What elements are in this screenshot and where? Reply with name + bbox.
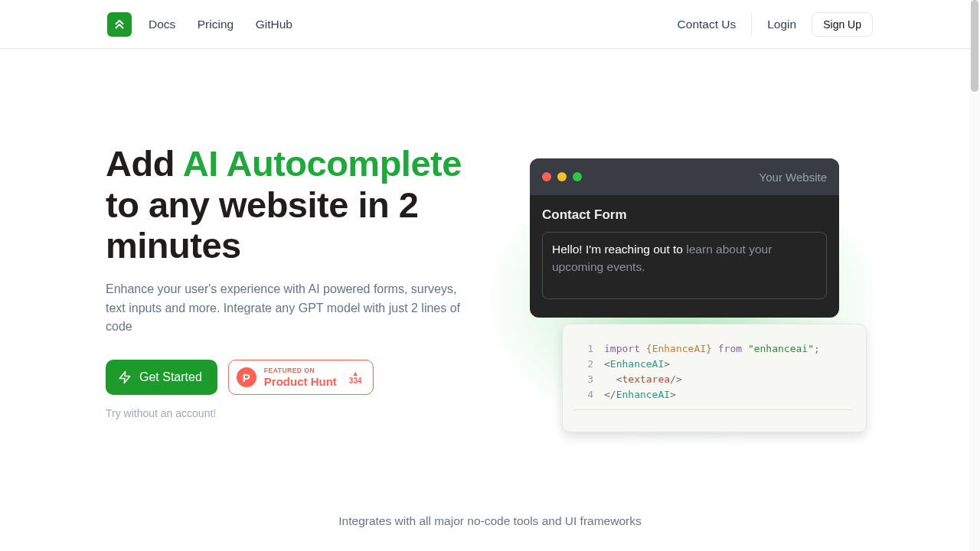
zap-icon (118, 370, 132, 384)
code-token: from (718, 343, 742, 354)
cta-row: Get Started P FEATURED ON Product Hunt ▲… (106, 360, 504, 395)
ph-featured-label: FEATURED ON (264, 367, 337, 374)
headline: Add AI Autocomplete to any website in 2 … (106, 143, 504, 266)
code-divider (573, 409, 852, 410)
typed-text: Hello! I'm reaching out to (552, 243, 686, 256)
product-hunt-badge[interactable]: P FEATURED ON Product Hunt ▲ 334 (228, 360, 374, 395)
line-number: 4 (573, 387, 593, 403)
code-token: /> (670, 373, 682, 385)
nav-right: Contact Us Login Sign Up (678, 12, 873, 37)
try-note: Try without an account! (106, 407, 504, 419)
nav-login[interactable]: Login (767, 18, 796, 31)
code-token: ; (814, 343, 820, 354)
nav-links: Docs Pricing GitHub (149, 18, 311, 31)
headline-rest: to any website in 2 minutes (106, 184, 418, 266)
window-titlebar: Your Website (530, 158, 839, 195)
form-area: Contact Form Hello! I'm reaching out to … (530, 195, 839, 318)
hero-right: Your Website Contact Form Hello! I'm rea… (530, 158, 874, 318)
code-token: { (646, 343, 652, 354)
demo-window: Your Website Contact Form Hello! I'm rea… (530, 158, 839, 318)
code-token: EnhanceAI (616, 389, 670, 400)
code-token: > (664, 358, 670, 370)
integrations-heading: Integrates with all major no-code tools … (0, 514, 980, 528)
code-token: EnhanceAI (610, 358, 664, 370)
top-nav: Docs Pricing GitHub Contact Us Login Sig… (0, 0, 980, 49)
code-token: < (604, 358, 610, 370)
code-token: "enhanceai" (748, 343, 814, 354)
brand-logo[interactable] (107, 12, 132, 37)
get-started-button[interactable]: Get Started (106, 360, 217, 395)
nav-docs[interactable]: Docs (149, 18, 175, 31)
minimize-dot-icon (557, 172, 567, 181)
code-token: > (670, 389, 676, 400)
headline-pre: Add (106, 143, 183, 184)
traffic-lights (542, 172, 582, 181)
product-hunt-icon: P (237, 367, 256, 387)
line-number: 1 (573, 341, 593, 357)
code-snippet: 1import {EnhanceAI} from "enhanceai"; 2<… (562, 324, 867, 432)
get-started-label: Get Started (139, 370, 202, 384)
form-title: Contact Form (542, 207, 827, 223)
nav-pricing[interactable]: Pricing (198, 18, 234, 31)
code-token: } (706, 343, 712, 354)
code-token: EnhanceAI (652, 343, 706, 354)
subheadline: Enhance your user's experience with AI p… (106, 280, 464, 337)
nav-contact[interactable]: Contact Us (678, 18, 737, 31)
line-number: 3 (573, 372, 593, 387)
code-token: import (604, 343, 640, 354)
svg-marker-0 (119, 372, 130, 383)
hero-left: Add AI Autocomplete to any website in 2 … (106, 143, 504, 419)
close-dot-icon (542, 172, 551, 181)
signup-button[interactable]: Sign Up (812, 12, 873, 37)
window-title: Your Website (582, 171, 827, 184)
form-textarea[interactable]: Hello! I'm reaching out to learn about y… (542, 232, 827, 299)
nav-github[interactable]: GitHub (256, 18, 292, 31)
code-token: </ (604, 389, 616, 400)
code-token: textarea (622, 373, 670, 385)
double-chevron-up-icon (113, 18, 126, 31)
ph-name: Product Hunt (264, 376, 337, 387)
expand-dot-icon (573, 172, 582, 181)
headline-accent: AI Autocomplete (183, 143, 462, 184)
nav-separator (751, 14, 752, 35)
line-number: 2 (573, 357, 593, 372)
ph-votes: 334 (349, 377, 362, 385)
